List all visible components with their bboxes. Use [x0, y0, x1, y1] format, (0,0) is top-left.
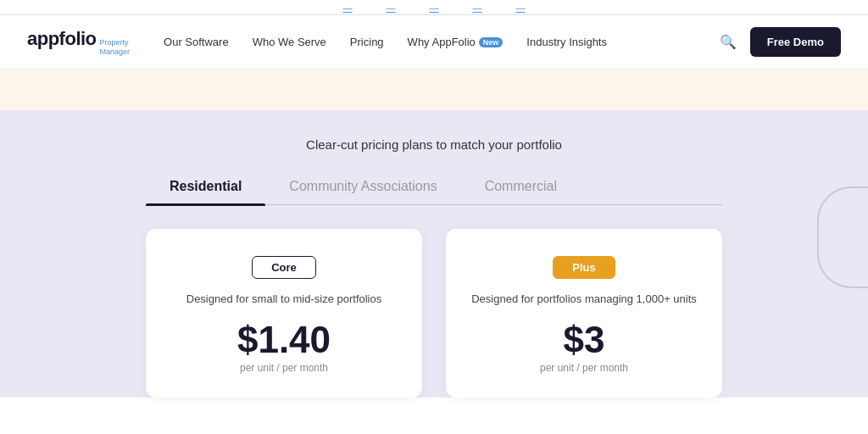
decorative-shape	[817, 186, 868, 288]
plus-description: Designed for portfolios managing 1,000+ …	[471, 291, 697, 308]
nav-industry-insights[interactable]: Industry Insights	[526, 36, 607, 48]
hero-strip	[0, 70, 868, 110]
nav-right: 🔍 Free Demo	[720, 27, 841, 57]
logo-appfolio: appfolio	[27, 28, 97, 50]
nav-pricing[interactable]: Pricing	[350, 36, 384, 48]
tab-commercial[interactable]: Commercial	[461, 172, 581, 204]
core-card: Core Designed for small to mid-size port…	[146, 229, 422, 398]
banner-link-1[interactable]: —	[343, 3, 353, 13]
nav-why-appfolio[interactable]: Why AppFolio New	[408, 36, 504, 48]
banner-link-5[interactable]: —	[516, 3, 526, 13]
core-badge: Core	[252, 256, 316, 279]
banner-link-3[interactable]: —	[430, 3, 439, 13]
free-demo-button[interactable]: Free Demo	[750, 27, 841, 57]
banner-link-2[interactable]: —	[387, 3, 396, 13]
core-price: $1.40	[237, 321, 331, 359]
new-badge: New	[479, 37, 504, 47]
logo[interactable]: appfolio Property Manager	[27, 28, 130, 57]
pricing-headline: Clear-cut pricing plans to match your po…	[306, 137, 562, 152]
nav-links: Our Software Who We Serve Pricing Why Ap…	[164, 36, 720, 48]
tab-community-associations[interactable]: Community Associations	[265, 172, 460, 204]
nav-who-we-serve[interactable]: Who We Serve	[253, 36, 326, 48]
core-description: Designed for small to mid-size portfolio…	[186, 291, 381, 308]
plus-badge: Plus	[553, 256, 615, 279]
plus-price-sub: per unit / per month	[540, 362, 628, 374]
plus-card: Plus Designed for portfolios managing 1,…	[446, 229, 722, 398]
search-icon[interactable]: 🔍	[720, 34, 737, 50]
nav-our-software[interactable]: Our Software	[164, 36, 229, 48]
pricing-cards: Core Designed for small to mid-size port…	[146, 229, 722, 398]
logo-subtitle: Property Manager	[100, 38, 131, 57]
pricing-section: Clear-cut pricing plans to match your po…	[0, 110, 868, 398]
core-price-sub: per unit / per month	[240, 362, 328, 374]
banner-link-4[interactable]: —	[473, 3, 482, 13]
tab-residential[interactable]: Residential	[146, 172, 265, 204]
pricing-tabs: Residential Community Associations Comme…	[146, 172, 722, 205]
navbar: appfolio Property Manager Our Software W…	[0, 15, 868, 70]
top-banner: — — — — —	[0, 0, 868, 15]
plus-price: $3	[564, 321, 605, 359]
